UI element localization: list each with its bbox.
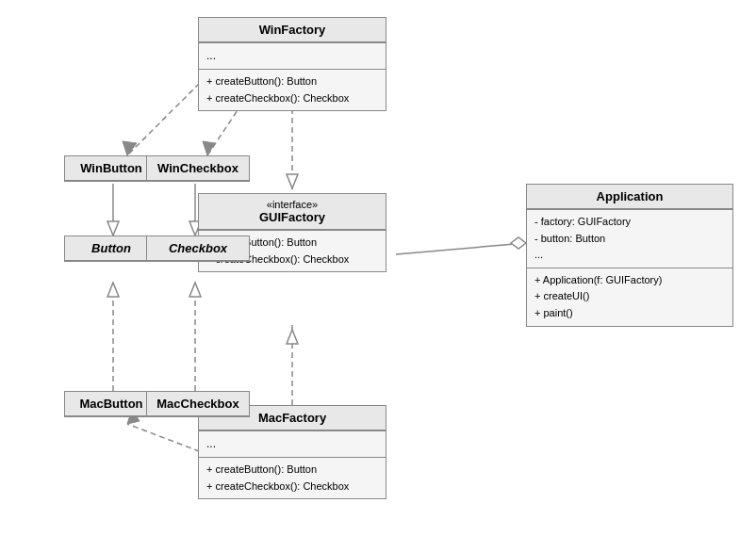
svg-marker-3 [287,330,298,344]
guifactory-stereotype: «interface» [206,199,378,210]
app-field-2: - button: Button [534,231,725,248]
app-field-3: ... [534,247,725,264]
app-method-2: + createUI() [534,288,725,305]
winfactory-box: WinFactory ... + createButton(): Button … [198,17,386,111]
svg-line-4 [396,243,526,254]
macfactory-method-1: + createButton(): Button [206,462,378,479]
button-box: Button [64,235,158,262]
svg-marker-11 [107,221,119,235]
macfactory-box: MacFactory ... + createButton(): Button … [198,405,386,499]
app-field-1: - factory: GUIFactory [534,214,725,231]
winfactory-method-1: + createButton(): Button [206,73,378,90]
macbutton-title: MacButton [65,392,157,416]
maccheckbox-title: MacCheckbox [147,392,249,416]
svg-marker-15 [107,283,119,297]
svg-marker-5 [511,237,526,249]
svg-marker-9 [203,141,215,155]
macfactory-dots: ... [199,430,386,457]
checkbox-name: Checkbox [169,241,227,255]
svg-marker-1 [287,174,298,188]
winfactory-methods: + createButton(): Button + createCheckbo… [199,69,386,110]
application-methods: + Application(f: GUIFactory) + createUI(… [527,268,732,326]
macbutton-box: MacButton [64,391,158,417]
guifactory-name: GUIFactory [259,210,325,224]
svg-marker-7 [123,141,137,155]
button-name: Button [91,241,131,255]
winfactory-dots: ... [199,42,386,69]
macfactory-methods: + createButton(): Button + createCheckbo… [199,457,386,498]
application-title: Application [527,185,732,209]
app-method-3: + paint() [534,305,725,322]
winbutton-title: WinButton [65,156,157,181]
wincheckbox-title: WinCheckbox [147,156,249,181]
winfactory-method-2: + createCheckbox(): Checkbox [206,90,378,107]
diagram-container: WinButton --> WinCheckbox --> Button (re… [0,0,756,552]
button-title: Button [65,236,157,261]
maccheckbox-box: MacCheckbox [146,391,250,417]
app-method-1: + Application(f: GUIFactory) [534,272,725,289]
macfactory-method-2: + createCheckbox(): Checkbox [206,479,378,495]
svg-marker-17 [189,283,201,297]
guifactory-title: «interface» GUIFactory [199,194,386,230]
wincheckbox-box: WinCheckbox [146,155,250,182]
checkbox-box: Checkbox [146,235,250,262]
application-box: Application - factory: GUIFactory - butt… [526,184,733,327]
application-fields: - factory: GUIFactory - button: Button .… [527,209,732,268]
winbutton-box: WinButton [64,155,158,182]
checkbox-title: Checkbox [147,236,249,261]
winfactory-title: WinFactory [199,18,386,42]
